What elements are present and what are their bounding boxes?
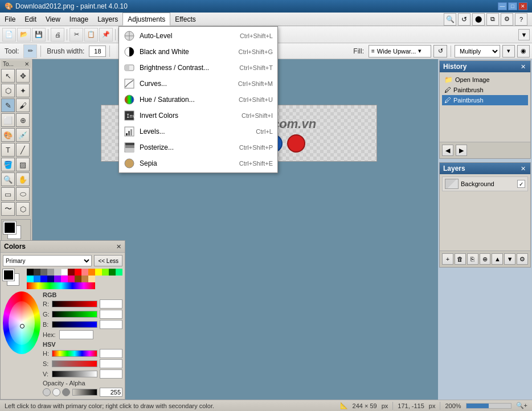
- open-btn[interactable]: 📂: [17, 28, 31, 42]
- alpha-input[interactable]: [100, 388, 122, 397]
- alpha-slider[interactable]: [72, 389, 97, 396]
- layer-up-btn[interactable]: ▲: [492, 253, 503, 265]
- swatch-lightgray[interactable]: [54, 269, 61, 276]
- print-btn[interactable]: 🖨: [51, 28, 64, 42]
- swatch-red[interactable]: [75, 269, 81, 276]
- add-layer-btn[interactable]: +: [442, 253, 453, 265]
- history-close-btn[interactable]: ✕: [519, 63, 527, 71]
- b-input[interactable]: 0: [100, 320, 122, 329]
- h-input[interactable]: 0: [100, 349, 122, 358]
- fill-select[interactable]: ≡ Wide Upwar... ▾: [369, 45, 431, 57]
- help-search-btn[interactable]: 🔍: [444, 13, 456, 26]
- swatch-navy[interactable]: [47, 276, 54, 282]
- redo-history-btn[interactable]: ▶: [456, 145, 467, 156]
- swatch-yellow[interactable]: [95, 269, 102, 276]
- move-tool[interactable]: ✥: [16, 69, 30, 83]
- zoom-slider[interactable]: [466, 403, 511, 409]
- swatch-pink[interactable]: [68, 276, 75, 282]
- swatch-peach[interactable]: [88, 276, 95, 282]
- swatch-lightred[interactable]: [81, 269, 88, 276]
- duplicate-layer-btn[interactable]: ⎘: [467, 253, 478, 265]
- eraser-tool[interactable]: ⬜: [1, 113, 15, 127]
- layer-settings-btn[interactable]: ⚙: [517, 253, 528, 265]
- zoom-in-btn[interactable]: 🔍+: [516, 402, 527, 409]
- black-white-item[interactable]: Black and White Ctrl+Shift+G: [119, 44, 277, 60]
- swatch-black[interactable]: [27, 269, 34, 276]
- text-tool[interactable]: T: [1, 143, 15, 157]
- swatch-cyan[interactable]: [27, 276, 34, 282]
- merge-layer-btn[interactable]: ⊕: [480, 253, 491, 265]
- g-input[interactable]: 0: [100, 310, 122, 319]
- b-slider[interactable]: [52, 321, 97, 328]
- lasso-tool[interactable]: ⬡: [1, 84, 15, 97]
- swatch-mintgreen[interactable]: [116, 269, 122, 276]
- toolbox-close[interactable]: ✕: [24, 61, 29, 67]
- sepia-item[interactable]: Sepia Ctrl+Shift+E: [119, 155, 277, 171]
- layers-btn[interactable]: ⧉: [486, 13, 499, 26]
- rainbow-strip[interactable]: [27, 282, 95, 289]
- menu-effects[interactable]: Effects: [170, 13, 200, 26]
- menu-edit[interactable]: Edit: [20, 13, 41, 26]
- invert-colors-item[interactable]: Inv Invert Colors Ctrl+Shift+I: [119, 108, 277, 124]
- g-slider[interactable]: [52, 311, 97, 318]
- save-btn[interactable]: 💾: [32, 28, 46, 42]
- undo-history-btn[interactable]: ◀: [442, 145, 453, 156]
- primary-preview[interactable]: [3, 269, 14, 281]
- layer-item-0[interactable]: Background ✓: [442, 176, 528, 191]
- swatch-gray[interactable]: [40, 269, 47, 276]
- menu-image[interactable]: Image: [65, 13, 93, 26]
- swatch-darkred[interactable]: [68, 269, 75, 276]
- paste-btn[interactable]: 📌: [99, 28, 113, 42]
- delete-layer-btn[interactable]: 🗑: [455, 253, 466, 265]
- swatch-tan[interactable]: [81, 276, 88, 282]
- fill-tool[interactable]: 🪣: [1, 158, 15, 171]
- swatch-darkgray[interactable]: [34, 269, 40, 276]
- swatch-purple[interactable]: [54, 276, 61, 282]
- v-input[interactable]: 0: [100, 369, 122, 379]
- blend-options-btn[interactable]: ▾: [502, 45, 515, 57]
- zoom-tool[interactable]: 🔍: [1, 172, 15, 186]
- s-slider[interactable]: [52, 360, 97, 367]
- color-wheel-btn[interactable]: ⬤: [472, 13, 485, 26]
- active-tool-icon[interactable]: ✏: [23, 44, 37, 58]
- line-tool[interactable]: ╱: [16, 143, 30, 157]
- gradient-tool[interactable]: ▨: [16, 158, 30, 171]
- minimize-button[interactable]: —: [498, 2, 507, 10]
- clone-tool[interactable]: ⊕: [16, 113, 30, 127]
- posterize-item[interactable]: Posterize... Ctrl+Shift+P: [119, 139, 277, 155]
- menu-file[interactable]: File: [0, 13, 20, 26]
- nav-btn[interactable]: ▼: [518, 29, 530, 40]
- brush-width-input[interactable]: [89, 46, 106, 57]
- auto-level-item[interactable]: Auto-Level Ctrl+Shift+L: [119, 28, 277, 44]
- hex-input[interactable]: 000000: [59, 330, 93, 339]
- swatch-midgray[interactable]: [47, 269, 54, 276]
- help-btn[interactable]: ?: [515, 13, 527, 26]
- freeform-tool[interactable]: 〜: [1, 202, 15, 216]
- maximize-button[interactable]: □: [508, 2, 517, 10]
- swatch-orange[interactable]: [88, 269, 95, 276]
- layer-visibility-0[interactable]: ✓: [517, 180, 525, 188]
- s-input[interactable]: 0: [100, 359, 122, 368]
- recolor-tool[interactable]: 🎨: [1, 128, 15, 142]
- select-tool[interactable]: ↖: [1, 69, 15, 83]
- r-slider[interactable]: [52, 301, 97, 307]
- alpha-swatch-2[interactable]: [52, 388, 60, 396]
- swatch-brown[interactable]: [75, 276, 81, 282]
- swatch-lime[interactable]: [102, 269, 109, 276]
- color-mode-select[interactable]: Primary Secondary: [3, 255, 92, 266]
- r-input[interactable]: 0: [100, 299, 122, 309]
- menu-view[interactable]: View: [41, 13, 65, 26]
- menu-adjustments[interactable]: Adjustments: [122, 13, 170, 26]
- less-more-btn[interactable]: << Less: [94, 255, 122, 266]
- settings-btn[interactable]: ⚙: [501, 13, 513, 26]
- copy-btn[interactable]: 📋: [84, 28, 98, 42]
- swatch-blue[interactable]: [40, 276, 47, 282]
- swatch-skyblue[interactable]: [34, 276, 40, 282]
- shape-tool[interactable]: ⬡: [16, 202, 30, 216]
- close-button[interactable]: ✕: [518, 2, 527, 10]
- history-item-1[interactable]: 🖊 Paintbrush: [442, 85, 528, 95]
- ellipse-tool[interactable]: ⬭: [16, 187, 30, 201]
- alpha-swatch-1[interactable]: [43, 388, 51, 396]
- paintbrush-tool[interactable]: 🖌: [16, 98, 30, 112]
- levels-item[interactable]: Levels... Ctrl+L: [119, 124, 277, 139]
